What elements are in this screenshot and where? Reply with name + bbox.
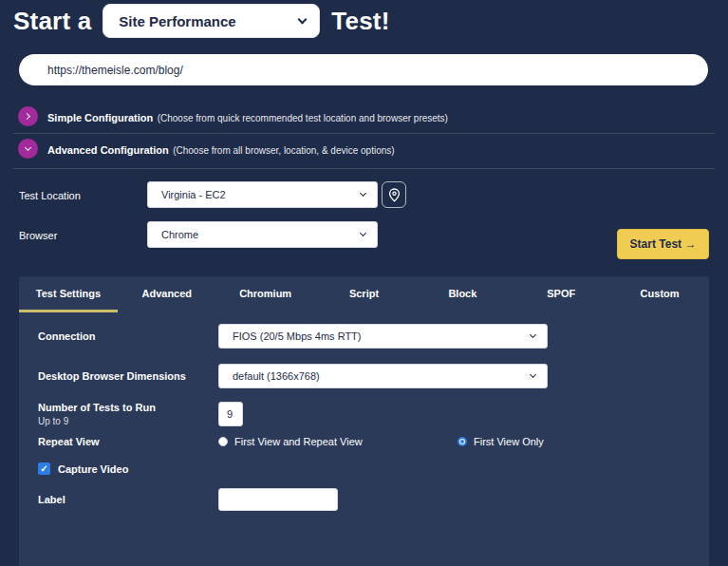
repeat-view-label: Repeat View bbox=[38, 436, 218, 447]
capture-video-label: Capture Video bbox=[58, 463, 128, 475]
divider bbox=[13, 168, 715, 169]
tab-custom[interactable]: Custom bbox=[610, 276, 709, 312]
title-prefix: Start a bbox=[13, 7, 91, 36]
chevron-down-icon bbox=[360, 229, 366, 236]
test-type-select[interactable]: Site Performance bbox=[103, 4, 320, 38]
radio-unchecked-icon[interactable] bbox=[218, 437, 228, 446]
browser-value: Chrome bbox=[161, 229, 198, 240]
simple-configuration-toggle[interactable]: Simple Configuration (Choose from quick … bbox=[18, 106, 448, 126]
chevron-down-icon bbox=[360, 189, 366, 196]
radio-option-label: First View Only bbox=[474, 436, 544, 447]
page-title: Start a Site Performance Test! bbox=[13, 4, 390, 38]
dimensions-value: default (1366x768) bbox=[233, 370, 320, 382]
title-suffix: Test! bbox=[331, 7, 389, 36]
dimensions-select[interactable]: default (1366x768) bbox=[218, 364, 548, 388]
connection-select[interactable]: FIOS (20/5 Mbps 4ms RTT) bbox=[218, 324, 548, 349]
test-location-select[interactable]: Virginia - EC2 bbox=[147, 181, 378, 208]
divider bbox=[13, 133, 715, 134]
radio-first-view-only[interactable]: First View Only bbox=[457, 436, 544, 447]
test-settings-panel: Test Settings Advanced Chromium Script B… bbox=[19, 276, 709, 566]
connection-value: FIOS (20/5 Mbps 4ms RTT) bbox=[233, 330, 362, 342]
tab-block[interactable]: Block bbox=[413, 276, 512, 312]
location-map-pin-button[interactable] bbox=[382, 181, 406, 208]
test-location-value: Virginia - EC2 bbox=[161, 189, 226, 200]
chevron-down-icon bbox=[530, 370, 536, 377]
map-pin-icon bbox=[388, 188, 401, 202]
advanced-config-title: Advanced Configuration bbox=[47, 144, 169, 156]
runs-input[interactable] bbox=[218, 402, 243, 426]
label-row: Label bbox=[38, 488, 690, 511]
connection-label: Connection bbox=[38, 330, 218, 342]
label-input[interactable] bbox=[218, 488, 338, 511]
label-field-label: Label bbox=[38, 494, 218, 505]
start-test-button[interactable]: Start Test → bbox=[617, 229, 709, 259]
chevron-down-icon bbox=[530, 330, 536, 337]
runs-row: Number of Tests to Run Up to 9 bbox=[38, 402, 690, 426]
advanced-config-description: (Choose from all browser, location, & de… bbox=[173, 145, 394, 156]
tab-advanced[interactable]: Advanced bbox=[118, 276, 216, 312]
radio-option-label: First View and Repeat View bbox=[234, 436, 363, 447]
chevron-down-circle-icon[interactable] bbox=[18, 139, 38, 159]
runs-label: Number of Tests to Run bbox=[38, 402, 218, 413]
url-input[interactable] bbox=[19, 54, 708, 85]
browser-select[interactable]: Chrome bbox=[147, 221, 378, 248]
start-test-page: Start a Site Performance Test! Simple Co… bbox=[0, 0, 728, 566]
connection-row: Connection FIOS (20/5 Mbps 4ms RTT) bbox=[38, 324, 690, 349]
settings-tab-bar: Test Settings Advanced Chromium Script B… bbox=[19, 276, 709, 312]
simple-config-description: (Choose from quick recommended test loca… bbox=[158, 113, 448, 123]
tab-script[interactable]: Script bbox=[315, 276, 414, 312]
radio-checked-icon[interactable] bbox=[457, 437, 467, 446]
test-settings-body: Connection FIOS (20/5 Mbps 4ms RTT) Desk… bbox=[19, 312, 709, 511]
tab-test-settings[interactable]: Test Settings bbox=[19, 276, 118, 312]
repeat-view-row: Repeat View First View and Repeat View F… bbox=[38, 436, 690, 447]
radio-first-and-repeat-view[interactable]: First View and Repeat View bbox=[218, 436, 457, 447]
simple-config-title: Simple Configuration bbox=[47, 112, 153, 123]
tab-chromium[interactable]: Chromium bbox=[216, 276, 315, 312]
chevron-right-circle-icon[interactable] bbox=[18, 106, 38, 126]
capture-video-row[interactable]: ✓ Capture Video bbox=[38, 462, 690, 475]
advanced-configuration-toggle[interactable]: Advanced Configuration (Choose from all … bbox=[18, 139, 395, 159]
test-type-value: Site Performance bbox=[119, 13, 235, 29]
runs-sublabel: Up to 9 bbox=[38, 416, 218, 426]
browser-label: Browser bbox=[19, 230, 57, 241]
checkbox-checked-icon[interactable]: ✓ bbox=[38, 462, 50, 475]
browser-dimensions-row: Desktop Browser Dimensions default (1366… bbox=[38, 364, 690, 388]
tab-spof[interactable]: SPOF bbox=[512, 276, 610, 312]
dimensions-label: Desktop Browser Dimensions bbox=[38, 370, 218, 382]
chevron-down-icon bbox=[298, 14, 308, 24]
test-location-label: Test Location bbox=[19, 190, 81, 201]
